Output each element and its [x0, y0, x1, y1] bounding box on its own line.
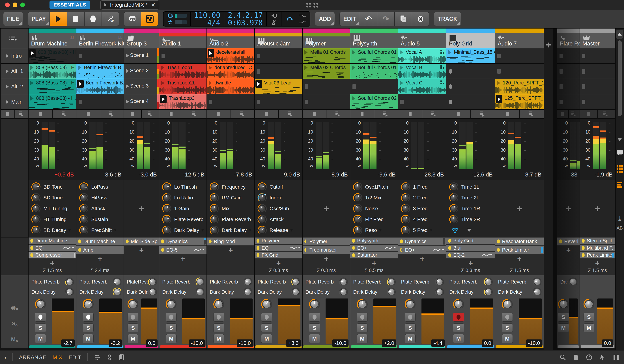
- piano-keys-icon[interactable]: [612, 354, 619, 361]
- scene-slot[interactable]: Scene 1: [124, 48, 159, 64]
- stop-all-clips-button[interactable]: [557, 110, 569, 118]
- clip-slot[interactable]: deceleratefall: [207, 48, 254, 64]
- clip-play-icon[interactable]: [30, 96, 34, 100]
- device-chip[interactable]: Polymer: [303, 237, 350, 246]
- remote-control-knob[interactable]: MT Tuning: [28, 203, 76, 214]
- device-chip[interactable]: Mid-Side Split: [124, 237, 159, 246]
- view-edit[interactable]: EDIT: [69, 354, 81, 360]
- scene-row-label[interactable]: Alt. 2: [1, 79, 28, 94]
- stop-all-clips-button[interactable]: [77, 110, 100, 118]
- scene-row-label[interactable]: Alt. 1: [1, 64, 28, 79]
- stop-all-clips-button[interactable]: [350, 110, 374, 118]
- track-header[interactable]: Audio 7: [495, 28, 544, 48]
- clip[interactable]: 120_Perc_SPFT_13: [495, 79, 544, 94]
- solo-button[interactable]: S: [128, 323, 138, 332]
- device-enabled-icon[interactable]: [448, 253, 451, 257]
- delete-button[interactable]: [412, 12, 429, 26]
- download-arrow-icon[interactable]: ⤓: [618, 215, 621, 222]
- remote-control-knob[interactable]: Lo Thresh: [159, 182, 207, 192]
- track-header[interactable]: Acoustic Jam: [255, 28, 302, 48]
- remote-control-knob[interactable]: Plate Reverb: [207, 214, 254, 225]
- volume-fader[interactable]: [99, 298, 122, 344]
- clip-slot[interactable]: [446, 79, 495, 94]
- track-header[interactable]: ↓↓Drum Machine: [28, 28, 76, 48]
- scene-row-label[interactable]: Intro: [1, 48, 28, 64]
- panel-toggle-icon[interactable]: [119, 354, 124, 361]
- mute-button[interactable]: M: [309, 334, 320, 343]
- volume-fader[interactable]: [421, 298, 444, 344]
- solo-button[interactable]: S: [357, 323, 368, 332]
- device-enabled-icon[interactable]: [400, 239, 403, 243]
- device-chip[interactable]: Polymer: [255, 237, 302, 244]
- clip[interactable]: 808 (Bass-08) - H...: [28, 64, 76, 79]
- clip-play-icon[interactable]: [161, 66, 164, 70]
- clip-slot[interactable]: [495, 48, 544, 64]
- pan-knob[interactable]: [356, 298, 368, 311]
- device-enabled-icon[interactable]: [209, 239, 211, 243]
- remote-control-knob[interactable]: BD Tone: [28, 182, 76, 192]
- mute-button[interactable]: M: [453, 334, 464, 343]
- file-browser-icon[interactable]: [573, 354, 579, 361]
- remote-control-knob[interactable]: Time 2R: [446, 214, 495, 225]
- clip-slot[interactable]: Soulful Chords 01 A: [350, 48, 398, 64]
- remote-control-knob[interactable]: Attack: [77, 203, 124, 214]
- device-chip[interactable]: EQ-5: [159, 246, 207, 254]
- punch-in-icon[interactable]: [270, 13, 278, 19]
- device-enabled-icon[interactable]: [30, 239, 33, 243]
- add-device-button[interactable]: +: [255, 259, 302, 268]
- pan-knob[interactable]: [127, 298, 139, 311]
- add-remote-controls-button[interactable]: +: [595, 203, 600, 214]
- clip-slot[interactable]: dwindle: [207, 79, 254, 94]
- record-arm-button[interactable]: [357, 313, 368, 321]
- stop-all-clips-button[interactable]: [255, 110, 279, 118]
- solo-button[interactable]: S: [166, 323, 177, 332]
- clip[interactable]: dorianreduced_C: [207, 64, 254, 79]
- remote-control-knob[interactable]: Noise: [350, 203, 398, 214]
- project-tab[interactable]: IntegratedMIX * ✕: [100, 0, 159, 10]
- mute-button[interactable]: M: [584, 323, 594, 332]
- add-track-column[interactable]: +: [544, 28, 553, 350]
- clip-play-icon[interactable]: [78, 66, 81, 70]
- device-enabled-icon[interactable]: [582, 246, 585, 250]
- clip-slot[interactable]: Vocal C: [398, 79, 446, 94]
- mixer-io-icon[interactable]: [94, 354, 101, 361]
- clip-playing-icon[interactable]: [496, 95, 502, 103]
- track-menu-button[interactable]: TRACK: [434, 12, 461, 26]
- clip-slot[interactable]: [255, 94, 302, 110]
- disable-record-arm-icon[interactable]: ◉×: [11, 304, 18, 312]
- stop-all-clips-button[interactable]: [446, 110, 471, 118]
- device-chip[interactable]: EQ+: [28, 245, 76, 251]
- mute-button[interactable]: M: [83, 334, 94, 343]
- device-enabled-icon[interactable]: [161, 248, 164, 252]
- device-enabled-icon[interactable]: [497, 248, 500, 252]
- clip-slot[interactable]: [557, 79, 580, 94]
- clip-slot[interactable]: [557, 94, 580, 110]
- zoom-window-button[interactable]: [20, 2, 25, 7]
- send-row[interactable]: Plate Reverb: [303, 277, 350, 287]
- scene-launch-button[interactable]: [569, 110, 580, 118]
- duplicate-button[interactable]: [394, 12, 412, 26]
- clip-slot[interactable]: TrashLoop2b: [159, 79, 207, 94]
- scene-launch-button[interactable]: [142, 110, 159, 118]
- device-chip[interactable]: Poly Grid: [446, 237, 495, 244]
- remote-control-knob[interactable]: Lo Ratio: [159, 192, 207, 203]
- remote-control-knob[interactable]: Frequency: [207, 182, 254, 192]
- clip-slot[interactable]: [350, 79, 398, 94]
- remote-control-knob[interactable]: Mix: [207, 203, 254, 214]
- knob-page-dropdown-icon[interactable]: [467, 229, 471, 232]
- clip[interactable]: Vocal A: [398, 48, 446, 63]
- send-row[interactable]: Dark Delay: [207, 287, 254, 297]
- send-row[interactable]: Plate Reverb: [255, 277, 302, 287]
- solo-button[interactable]: S: [405, 323, 416, 332]
- clip-play-icon[interactable]: [352, 50, 355, 54]
- file-menu-button[interactable]: FILE: [3, 12, 23, 26]
- volume-fader[interactable]: [597, 298, 613, 344]
- clip-grid-icon[interactable]: [617, 165, 623, 173]
- song-time[interactable]: 0:03.978: [228, 19, 263, 26]
- send-row[interactable]: Dark Delay: [255, 287, 302, 297]
- solo-button[interactable]: S: [558, 313, 569, 321]
- clip-slot[interactable]: [557, 48, 580, 64]
- add-remote-controls-button[interactable]: +: [323, 203, 329, 214]
- remote-control-knob[interactable]: 2 Freq: [398, 192, 446, 203]
- remote-control-knob[interactable]: Time 1L: [446, 182, 495, 192]
